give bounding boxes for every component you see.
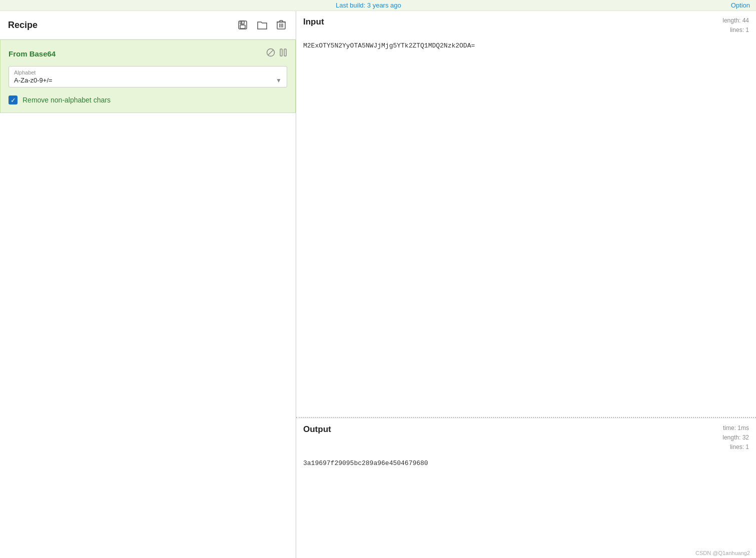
pause-operation-button[interactable]	[279, 48, 287, 59]
recipe-header: Recipe	[0, 11, 296, 40]
disable-icon	[266, 48, 275, 57]
alphabet-value: A-Za-z0-9+/=	[14, 76, 53, 84]
input-length-value: 44	[742, 17, 749, 24]
output-lines-row: lines: 1	[722, 442, 749, 452]
right-panel: Input length: 44 lines: 1	[296, 11, 756, 558]
operation-block-from-base64: From Base64	[0, 40, 296, 113]
output-header: Output time: 1ms length: 32 lines:	[296, 418, 756, 456]
input-length-row: length: 44	[722, 16, 749, 26]
input-length-label: length:	[722, 17, 740, 24]
operation-header: From Base64	[9, 48, 287, 59]
alphabet-dropdown[interactable]: Alphabet A-Za-z0-9+/= ▼	[9, 66, 287, 88]
output-lines-value: 1	[745, 444, 749, 450]
alphabet-value-row: A-Za-z0-9+/= ▼	[14, 76, 282, 84]
main-layout: Recipe	[0, 11, 756, 558]
output-section: Output time: 1ms length: 32 lines:	[296, 418, 756, 558]
input-meta: length: 44 lines: 1	[722, 16, 749, 35]
output-title: Output	[303, 424, 331, 434]
recipe-title: Recipe	[8, 20, 38, 30]
output-time-label: time:	[723, 424, 736, 432]
folder-icon	[257, 20, 268, 30]
output-length-label: length:	[722, 434, 740, 441]
input-header: Input length: 44 lines: 1	[296, 11, 756, 38]
delete-button[interactable]	[275, 18, 288, 32]
output-time-row: time: 1ms	[722, 424, 749, 433]
input-lines-value: 1	[745, 26, 749, 34]
alphabet-label: Alphabet	[14, 70, 282, 76]
left-panel: Recipe	[0, 11, 296, 558]
svg-rect-12	[280, 49, 282, 56]
chevron-down-icon: ▼	[276, 77, 282, 84]
svg-line-11	[268, 50, 274, 56]
disable-operation-button[interactable]	[266, 48, 275, 59]
remove-nonalpha-checkbox[interactable]: ✓	[9, 96, 18, 104]
save-icon	[238, 20, 248, 30]
option-button[interactable]: Option	[731, 2, 750, 9]
output-length-row: length: 32	[722, 433, 749, 442]
left-empty-area	[0, 113, 296, 558]
input-section: Input length: 44 lines: 1	[296, 11, 756, 418]
remove-nonalpha-row[interactable]: ✓ Remove non-alphabet chars	[9, 96, 287, 104]
input-lines-row: lines: 1	[722, 26, 749, 35]
top-bar: Last build: 3 years ago Option	[0, 0, 756, 11]
checkmark-icon: ✓	[11, 97, 16, 104]
pause-icon	[279, 48, 287, 57]
svg-rect-2	[240, 25, 245, 28]
input-title: Input	[303, 16, 324, 27]
watermark: CSDN @Q1anhuang2	[296, 548, 756, 558]
svg-rect-3	[241, 22, 242, 24]
trash-icon	[277, 20, 286, 30]
output-textarea[interactable]	[296, 456, 756, 548]
svg-rect-13	[284, 49, 286, 56]
output-meta: time: 1ms length: 32 lines: 1	[722, 424, 749, 452]
remove-nonalpha-label: Remove non-alphabet chars	[23, 96, 111, 104]
svg-rect-6	[280, 20, 283, 22]
output-lines-label: lines:	[730, 444, 744, 450]
operation-controls	[266, 48, 287, 59]
operation-title: From Base64	[9, 50, 56, 58]
save-button[interactable]	[236, 18, 250, 32]
recipe-actions	[236, 18, 288, 32]
folder-button[interactable]	[255, 18, 270, 32]
last-build-label: Last build: 3 years ago	[336, 2, 401, 9]
input-textarea[interactable]	[296, 38, 756, 417]
output-length-value: 32	[742, 434, 749, 441]
input-lines-label: lines:	[730, 26, 744, 34]
output-time-value: 1ms	[737, 424, 749, 432]
